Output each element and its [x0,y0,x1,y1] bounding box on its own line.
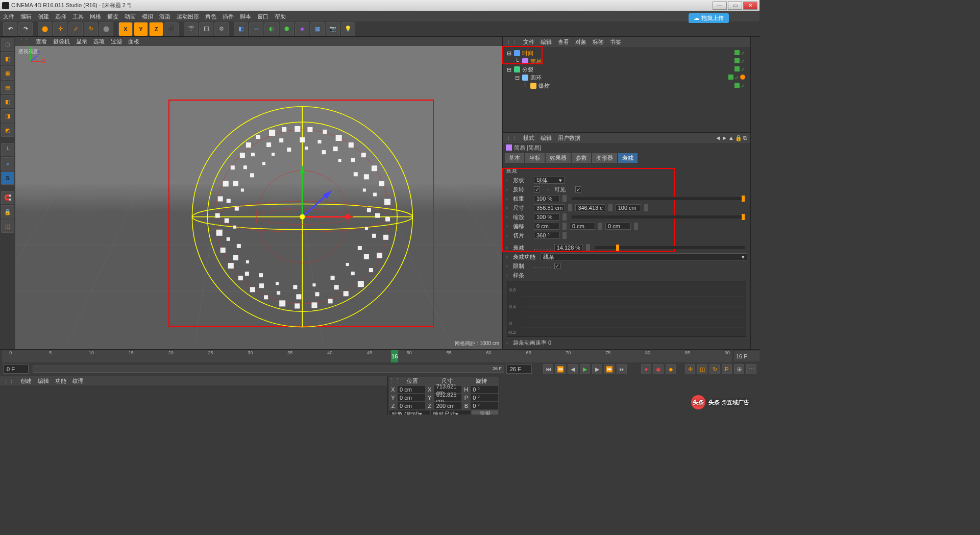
fallfn-dropdown[interactable]: 线条 ▾ [541,253,747,260]
menu-mesh[interactable]: 网格 [90,13,101,20]
material-manager[interactable] [0,385,387,414]
keyframe-button[interactable]: ◆ [666,364,676,374]
timeline[interactable]: 16 051015202530354045505560657075808590 … [0,349,760,362]
key-param-button[interactable]: P [722,364,732,374]
key-pos-button[interactable]: ✛ [685,364,695,374]
range-scrubber[interactable]: 26 F [33,366,504,373]
axis-button[interactable]: └ [1,143,14,156]
menu-select[interactable]: 选择 [55,13,66,20]
x-axis-button[interactable]: X [118,22,133,36]
key-rot-button[interactable]: ↻ [709,364,720,374]
tab-coord[interactable]: 坐标 [525,153,545,163]
render-pv-button[interactable]: 🎞 [199,22,213,36]
attr-menu-edit[interactable]: 编辑 [541,134,552,142]
timeline-end-field[interactable]: 16 F [734,351,760,361]
render-settings-button[interactable]: ⚙ [214,22,229,36]
deformer-button[interactable]: ◈ [295,22,309,36]
om-menu-bookmarks[interactable]: 书签 [610,38,621,46]
key-scale-button[interactable]: ◫ [697,364,707,374]
prev-frame-button[interactable]: ◀ [568,364,578,374]
limit-checkbox[interactable]: ✓ [554,263,560,269]
view-menu-view[interactable]: 查看 [36,38,47,45]
menu-tools[interactable]: 工具 [72,13,84,20]
camera-button[interactable]: 📷 [326,22,340,36]
nurbs-button[interactable]: ◐ [264,22,279,36]
rot-h-field[interactable]: 0 ° [470,385,499,394]
timeline-cursor[interactable]: 16 [391,350,398,362]
select-tool[interactable]: ⬤ [38,22,52,36]
menu-mograph[interactable]: 运动图形 [177,13,199,20]
range-start-field[interactable]: 0 F [3,364,29,374]
menu-animate[interactable]: 动画 [125,13,136,20]
tab-effector[interactable]: 效果器 [546,153,571,163]
object-tree[interactable]: ⊟ 时间 ✓ └ 简易 ✓ ⊟ 分裂 ✓ ⊟ [503,47,750,132]
z-axis-button[interactable]: Z [149,22,163,36]
polygon-mode-button[interactable]: ◩ [1,124,14,137]
attr-menu-userdata[interactable]: 用户数据 [558,134,580,142]
workplane-button[interactable]: ▤ [1,81,14,94]
texture-mode-button[interactable]: ▦ [1,66,14,80]
tree-row-torus[interactable]: ⊟ 圆环 ✓ [505,74,748,82]
cube-primitive-button[interactable]: ◧ [234,22,248,36]
magnet-button[interactable]: 🧲 [1,191,14,204]
view-menu-panel[interactable]: 面板 [128,38,139,45]
rot-b-field[interactable]: 0 ° [470,402,499,410]
edge-mode-button[interactable]: ◨ [1,109,14,123]
size-y-field[interactable]: 692.825 cm [434,394,462,402]
view-menu-options[interactable]: 选项 [93,38,105,45]
model-mode-button[interactable]: ◧ [1,52,14,65]
tab-deformer[interactable]: 变形器 [592,153,617,163]
minimize-button[interactable]: — [713,2,727,10]
upload-button[interactable]: ☁ 拖拽上传 [689,13,729,23]
rot-p-field[interactable]: 0 ° [470,394,499,402]
falloff-slider[interactable] [595,246,745,249]
menu-script[interactable]: 脚本 [240,13,251,20]
view-menu-filter[interactable]: 过滤 [111,38,122,45]
close-button[interactable]: ✕ [743,2,757,10]
falloff-graph[interactable]: 0.8 0.4 0 -0.2 [507,281,746,337]
lock-button[interactable]: 🔒 [1,205,14,218]
menu-snap[interactable]: 捕捉 [107,13,118,20]
viewport[interactable]: 透视视图 网格间距 : 1000 cm [15,46,502,349]
autokey-button[interactable]: ◉ [653,364,664,374]
tweak-button[interactable]: ⌖ [1,157,14,171]
menu-render[interactable]: 渲染 [159,13,170,20]
next-frame-button[interactable]: ▶ [592,364,602,374]
render-view-button[interactable]: 🎬 [184,22,198,36]
mat-menu-texture[interactable]: 纹理 [72,377,84,385]
om-menu-tags[interactable]: 标签 [593,38,604,46]
lock-icon[interactable]: 🔒 [735,135,742,141]
snap-button[interactable]: S [1,172,14,185]
weight-slider[interactable] [572,197,745,200]
weights-button[interactable]: ◫ [1,220,14,233]
mat-menu-function[interactable]: 功能 [55,377,66,385]
view-menu-display[interactable]: 显示 [76,38,87,45]
pos-x-field[interactable]: 0 cm [397,385,426,394]
goto-start-button[interactable]: ⏮ [543,364,553,374]
menu-create[interactable]: 创建 [38,13,49,20]
undo-button[interactable]: ↶ [3,22,17,36]
maximize-button[interactable]: ▭ [728,2,742,10]
key-options-button[interactable]: ⋯ [746,364,756,374]
menu-help[interactable]: 帮助 [275,13,286,20]
scale-tool[interactable]: ⤢ [68,22,83,36]
menu-character[interactable]: 角色 [205,13,216,20]
spline-button[interactable]: 〰 [249,22,263,36]
tree-row-explode[interactable]: └ 爆炸 ✓ [505,82,748,90]
rotate-tool[interactable]: ↻ [84,22,98,36]
mat-menu-create[interactable]: 创建 [20,377,32,385]
move-tool[interactable]: ✛ [53,22,67,36]
last-tool[interactable]: ⬤ [99,22,113,36]
make-editable-button[interactable]: ⬡ [1,38,14,51]
om-menu-view[interactable]: 查看 [558,38,569,46]
array-button[interactable]: ⬢ [280,22,294,36]
menu-window[interactable]: 窗口 [257,13,268,20]
mat-menu-edit[interactable]: 编辑 [38,377,49,385]
redo-button[interactable]: ↷ [18,22,33,36]
point-mode-button[interactable]: ◧ [1,95,14,108]
nav-fwd-button[interactable]: ► [722,135,727,141]
tab-basic[interactable]: 基本 [505,153,524,163]
menu-file[interactable]: 文件 [3,13,14,20]
menu-edit[interactable]: 编辑 [20,13,32,20]
apply-button[interactable]: 应用 [471,410,499,415]
